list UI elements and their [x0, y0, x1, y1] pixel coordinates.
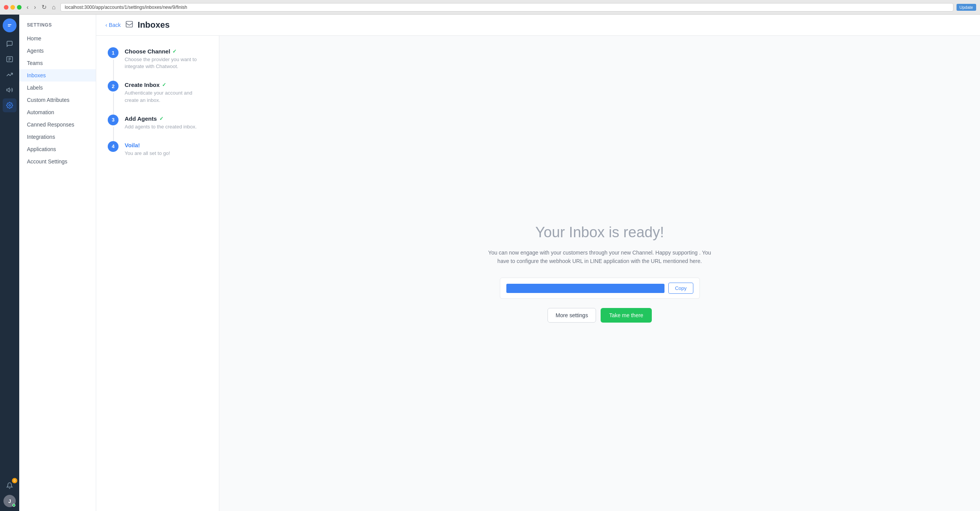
step-circle-4: 4 — [108, 141, 119, 152]
user-avatar-letter: J — [8, 498, 11, 504]
app-container: 0 J SETTINGS Home Agents Teams Inboxes L… — [0, 15, 980, 511]
main-content: ‹ Back Inboxes 1 Choose Channel — [96, 15, 980, 511]
settings-sidebar: SETTINGS Home Agents Teams Inboxes Label… — [19, 15, 96, 511]
settings-nav-teams[interactable]: Teams — [19, 57, 96, 69]
take-me-there-button[interactable]: Take me there — [601, 308, 652, 323]
step-content-4: Voila! You are all set to go! — [125, 141, 207, 157]
step-title-2: Create Inbox ✓ — [125, 82, 207, 88]
app-logo[interactable] — [3, 18, 17, 32]
step-content-2: Create Inbox ✓ Authenticate your account… — [125, 81, 207, 103]
settings-nav-canned-responses[interactable]: Canned Responses — [19, 118, 96, 131]
sidebar-item-conversations[interactable] — [3, 37, 17, 51]
maximize-button[interactable] — [17, 5, 22, 10]
settings-nav-agents[interactable]: Agents — [19, 45, 96, 57]
wizard-step-4: 4 Voila! You are all set to go! — [108, 141, 207, 157]
sidebar-item-settings[interactable] — [3, 98, 17, 112]
copy-button[interactable]: Copy — [668, 283, 693, 294]
settings-nav-home[interactable]: Home — [19, 32, 96, 45]
wizard-step-2: 2 Create Inbox ✓ Authenticate your accou… — [108, 81, 207, 103]
finish-panel: Your Inbox is ready! You can now engage … — [219, 36, 980, 511]
settings-nav-labels[interactable]: Labels — [19, 82, 96, 94]
svg-point-0 — [6, 22, 13, 29]
nav-buttons: ‹ › ↻ ⌂ — [25, 3, 57, 12]
icon-sidebar: 0 J — [0, 15, 19, 511]
inbox-icon — [125, 20, 133, 30]
refresh-button[interactable]: ↻ — [40, 3, 48, 12]
more-settings-button[interactable]: More settings — [548, 308, 596, 323]
step-content-3: Add Agents ✓ Add agents to the created i… — [125, 115, 207, 130]
online-status-dot — [12, 504, 15, 507]
page-title: Inboxes — [138, 20, 170, 30]
webhook-url-input[interactable] — [506, 284, 665, 293]
back-label: Back — [109, 22, 121, 28]
update-button[interactable]: Update — [957, 4, 976, 11]
user-avatar-button[interactable]: J — [3, 495, 16, 507]
svg-rect-7 — [126, 21, 132, 27]
back-chevron-icon: ‹ — [105, 22, 107, 28]
back-nav-button[interactable]: ‹ — [25, 3, 30, 12]
sidebar-item-contacts[interactable] — [3, 52, 17, 66]
svg-point-6 — [9, 105, 11, 107]
step-circle-2: 2 — [108, 81, 119, 92]
step-title-1: Choose Channel ✓ — [125, 48, 207, 55]
sidebar-item-reports[interactable] — [3, 68, 17, 82]
step-desc-4: You are all set to go! — [125, 150, 207, 157]
settings-nav-integrations[interactable]: Integrations — [19, 131, 96, 143]
step-check-3: ✓ — [159, 116, 164, 122]
settings-nav-custom-attributes[interactable]: Custom Attributes — [19, 94, 96, 106]
step-content-1: Choose Channel ✓ Choose the provider you… — [125, 47, 207, 70]
step-desc-1: Choose the provider you want to integrat… — [125, 56, 207, 70]
step-desc-2: Authenticate your account and create an … — [125, 90, 207, 103]
sidebar-item-campaigns[interactable] — [3, 83, 17, 97]
step-title-3: Add Agents ✓ — [125, 115, 207, 122]
traffic-lights — [4, 5, 22, 10]
browser-actions: Update — [957, 4, 976, 11]
url-container: Copy — [500, 278, 700, 299]
notification-wrapper: 0 — [3, 479, 17, 493]
content-area: 1 Choose Channel ✓ Choose the provider y… — [96, 36, 980, 511]
wizard-sidebar: 1 Choose Channel ✓ Choose the provider y… — [96, 36, 219, 511]
step-circle-3: 3 — [108, 115, 119, 125]
settings-nav-account-settings[interactable]: Account Settings — [19, 155, 96, 168]
browser-chrome: ‹ › ↻ ⌂ localhost:3000/app/accounts/1/se… — [0, 0, 980, 15]
step-title-4: Voila! — [125, 142, 207, 148]
forward-nav-button[interactable]: › — [32, 3, 38, 12]
settings-sidebar-title: SETTINGS — [19, 22, 96, 32]
settings-nav-automation[interactable]: Automation — [19, 106, 96, 118]
sidebar-bottom: 0 J — [3, 479, 17, 507]
wizard-step-1: 1 Choose Channel ✓ Choose the provider y… — [108, 47, 207, 70]
notification-badge: 0 — [12, 478, 17, 483]
settings-nav-inboxes[interactable]: Inboxes — [19, 69, 96, 82]
step-check-1: ✓ — [172, 48, 177, 54]
step-circle-1: 1 — [108, 47, 119, 58]
back-link[interactable]: ‹ Back — [105, 22, 121, 28]
wizard-step-3: 3 Add Agents ✓ Add agents to the created… — [108, 115, 207, 130]
finish-title: Your Inbox is ready! — [535, 224, 664, 241]
top-bar: ‹ Back Inboxes — [96, 15, 980, 36]
close-button[interactable] — [4, 5, 8, 10]
finish-description: You can now engage with your customers t… — [488, 248, 711, 266]
step-check-2: ✓ — [162, 82, 166, 88]
url-text: localhost:3000/app/accounts/1/settings/i… — [65, 5, 187, 10]
step-desc-3: Add agents to the created inbox. — [125, 123, 207, 130]
svg-marker-5 — [7, 88, 10, 92]
minimize-button[interactable] — [10, 5, 15, 10]
address-bar[interactable]: localhost:3000/app/accounts/1/settings/i… — [60, 3, 953, 12]
settings-nav-applications[interactable]: Applications — [19, 143, 96, 155]
action-buttons: More settings Take me there — [548, 308, 652, 323]
home-nav-button[interactable]: ⌂ — [50, 3, 58, 12]
